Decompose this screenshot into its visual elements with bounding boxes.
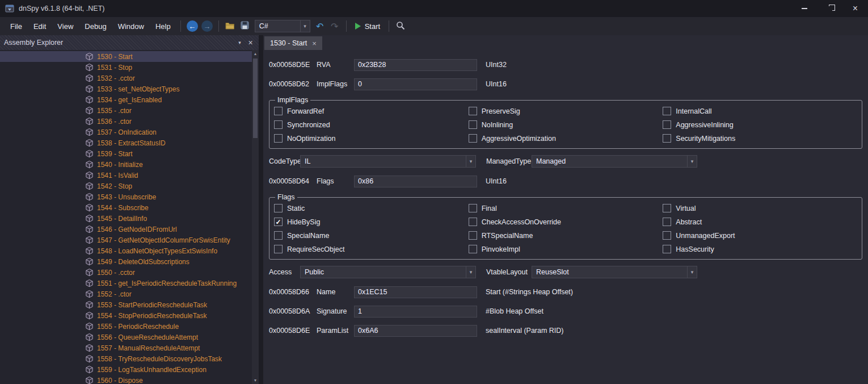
flag-checkbox[interactable]: InternalCall — [663, 105, 857, 118]
save-all-button[interactable] — [238, 19, 252, 34]
menu-item[interactable]: Window — [112, 19, 150, 34]
flag-checkbox[interactable]: Abstract — [663, 215, 857, 228]
panel-close-button[interactable]: × — [245, 37, 256, 48]
flag-checkbox[interactable]: RTSpecialName — [469, 229, 663, 242]
flag-checkbox[interactable]: Final — [469, 202, 663, 215]
managedtype-combobox[interactable]: Managed ▾ — [532, 155, 697, 168]
tree-item[interactable]: 1532 - .cctor — [0, 73, 259, 84]
rva-input[interactable] — [354, 59, 477, 71]
method-icon — [85, 257, 94, 266]
tree-scrollbar[interactable]: ▴ ▾ — [252, 50, 259, 384]
flag-checkbox[interactable]: HasSecurity — [663, 243, 857, 256]
flag-checkbox[interactable]: Static — [274, 202, 469, 215]
language-combobox[interactable]: C# ▾ — [255, 20, 310, 32]
flags-input[interactable] — [354, 176, 477, 187]
open-file-button[interactable] — [223, 19, 238, 34]
tree-item[interactable]: 1550 - .cctor — [0, 267, 259, 278]
flag-checkbox[interactable]: UnmanagedExport — [663, 229, 857, 242]
flag-checkbox[interactable]: PinvokeImpl — [469, 243, 663, 256]
tree-item[interactable]: 1557 - ManualRescheduleAttempt — [0, 343, 259, 353]
tree-item[interactable]: 1544 - Subscribe — [0, 202, 259, 213]
navigate-forward-button[interactable]: → — [200, 19, 214, 34]
tree-item[interactable]: 1535 - .ctor — [0, 105, 259, 116]
menu-item[interactable]: View — [52, 19, 79, 34]
tree-item[interactable]: 1552 - .ctor — [0, 289, 259, 299]
tree-item[interactable]: 1547 - GetNetObjectIdColumnForSwisEntity — [0, 235, 259, 245]
panel-menu-button[interactable]: ▾ — [234, 37, 245, 48]
menu-item[interactable]: File — [5, 19, 28, 34]
flag-checkbox-label: AggressiveInlining — [676, 121, 733, 129]
offset-label: 0x00058D64 — [269, 177, 317, 185]
tree-item[interactable]: 1538 - ExtractStatusID — [0, 137, 259, 148]
start-debugging-button[interactable]: Start — [351, 19, 385, 34]
tree-item[interactable]: 1546 - GetNodeIDFromUrl — [0, 224, 259, 235]
flag-checkbox-label: Static — [287, 204, 305, 212]
dnspy-window: dnSpy v6.1.8 (64-bit, .NET) × File Edit … — [0, 0, 868, 384]
flag-checkbox[interactable]: AggressiveInlining — [663, 118, 857, 131]
undo-button[interactable]: ↶ — [313, 19, 327, 34]
tree-item[interactable]: 1556 - QueueRescheduleAttempt — [0, 332, 259, 343]
document-panel: 1530 - Start × 0x00058D5E RVA UInt32 0x0… — [263, 35, 868, 384]
tree-item[interactable]: 1551 - get_IsPeriodicRescheduleTaskRunni… — [0, 278, 259, 289]
tree-item[interactable]: 1542 - Stop — [0, 181, 259, 191]
tree-item[interactable]: 1559 - LogTaskUnhandledException — [0, 364, 259, 375]
implflags-input[interactable] — [354, 78, 477, 90]
restore-button[interactable] — [817, 0, 842, 17]
tree-item-label: 1547 - GetNetObjectIdColumnForSwisEntity — [97, 236, 230, 244]
flag-checkbox[interactable]: SpecialName — [274, 229, 469, 242]
paramlist-input[interactable] — [354, 325, 477, 337]
menu-item[interactable]: Help — [150, 19, 176, 34]
flag-checkbox[interactable]: NoInlining — [469, 118, 663, 131]
flag-checkbox[interactable]: RequireSecObject — [274, 243, 469, 256]
flag-checkbox[interactable]: SecurityMitigations — [663, 132, 857, 145]
tree-item[interactable]: 1549 - DeleteOldSubscriptions — [0, 256, 259, 267]
redo-button[interactable]: ↷ — [327, 19, 342, 34]
flag-checkbox[interactable]: NoOptimization — [274, 132, 469, 145]
tree-item[interactable]: 1545 - DetailInfo — [0, 213, 259, 224]
menu-item[interactable]: Edit — [28, 19, 52, 34]
tree-item[interactable]: 1537 - OnIndication — [0, 127, 259, 137]
panel-splitter[interactable] — [259, 35, 263, 384]
tree-item[interactable]: 1533 - set_NetObjectTypes — [0, 84, 259, 94]
tab-1530-start[interactable]: 1530 - Start × — [264, 36, 322, 50]
tree-item[interactable]: 1539 - Start — [0, 148, 259, 159]
checkbox-box-icon — [469, 245, 477, 253]
tree-item[interactable]: 1530 - Start — [0, 51, 259, 62]
vtablelayout-combobox[interactable]: ReuseSlot ▾ — [532, 266, 697, 278]
access-combobox[interactable]: Public ▾ — [300, 266, 476, 278]
tree-item-label: 1537 - OnIndication — [97, 128, 157, 136]
assembly-explorer-header[interactable]: Assembly Explorer ▾ × — [0, 35, 259, 50]
flag-checkbox[interactable]: HideBySig — [274, 215, 469, 228]
tree-item[interactable]: 1558 - TryRescheduleDiscoveryJobsTask — [0, 353, 259, 364]
minimize-button[interactable] — [791, 0, 817, 17]
close-button[interactable]: × — [842, 0, 868, 17]
flag-checkbox[interactable]: ForwardRef — [274, 105, 469, 118]
signature-input[interactable] — [354, 306, 477, 318]
tree-item[interactable]: 1548 - LoadNetObjectTypesExtSwisInfo — [0, 245, 259, 256]
codetype-combobox[interactable]: IL ▾ — [300, 155, 476, 168]
tree-item[interactable]: 1540 - Initialize — [0, 159, 259, 170]
flag-checkbox[interactable]: Synchronized — [274, 118, 469, 131]
tab-close-icon[interactable]: × — [312, 39, 317, 48]
search-button[interactable] — [393, 19, 408, 34]
menu-item[interactable]: Debug — [79, 19, 112, 34]
tree-item[interactable]: 1541 - IsValid — [0, 170, 259, 181]
name-input[interactable] — [354, 286, 477, 298]
scroll-up-icon[interactable]: ▴ — [252, 50, 259, 57]
flag-checkbox[interactable]: Virtual — [663, 202, 857, 215]
tree-item[interactable]: 1543 - Unsubscribe — [0, 191, 259, 202]
tree-item[interactable]: 1536 - .ctor — [0, 116, 259, 127]
tree-item[interactable]: 1553 - StartPeriodicRescheduleTask — [0, 299, 259, 310]
navigate-back-button[interactable]: ← — [185, 19, 200, 34]
scroll-down-icon[interactable]: ▾ — [252, 377, 259, 384]
flag-checkbox[interactable]: PreserveSig — [469, 105, 663, 118]
tree-item[interactable]: 1555 - PeriodicReschedule — [0, 321, 259, 332]
tree-item[interactable]: 1531 - Stop — [0, 62, 259, 73]
tree-item[interactable]: 1560 - Dispose — [0, 375, 259, 384]
tree-item[interactable]: 1534 - get_IsEnabled — [0, 94, 259, 105]
flag-checkbox[interactable]: CheckAccessOnOverride — [469, 215, 663, 228]
scrollbar-thumb[interactable] — [253, 59, 258, 138]
type-label: UInt32 — [486, 61, 507, 69]
flag-checkbox[interactable]: AggressiveOptimization — [469, 132, 663, 145]
tree-item[interactable]: 1554 - StopPeriodicRescheduleTask — [0, 310, 259, 321]
